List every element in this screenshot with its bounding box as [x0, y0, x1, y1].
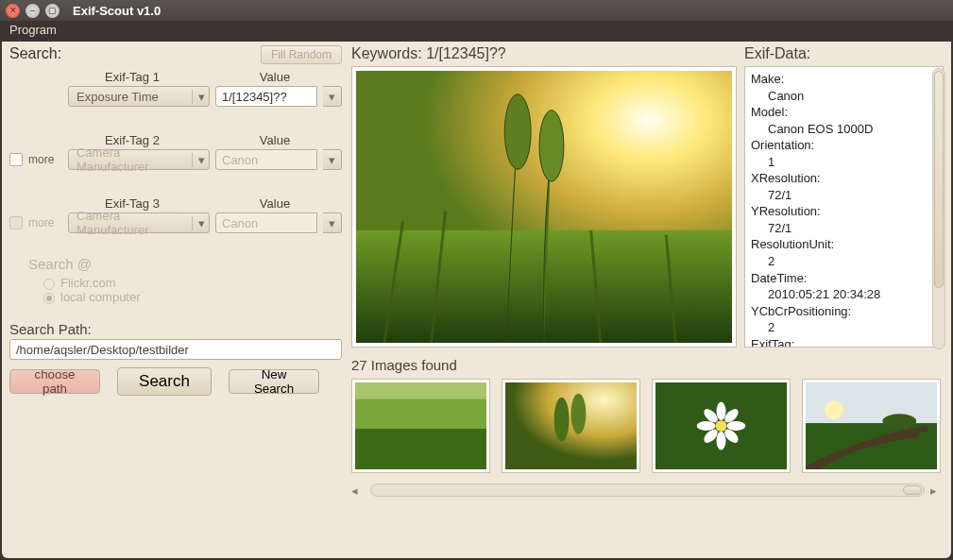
- exif-key: Make:: [751, 71, 941, 88]
- value2-input: Canon: [215, 149, 317, 170]
- exif-key: XResolution:: [751, 170, 941, 187]
- minimize-icon[interactable]: –: [26, 4, 40, 18]
- maximize-icon[interactable]: ▢: [45, 4, 60, 18]
- search-button[interactable]: Search: [117, 367, 212, 396]
- more3-checkbox: [9, 216, 23, 229]
- value3-label: Value: [208, 196, 342, 211]
- exif-tag3-dropdown: Camera Manufacturer ▾: [68, 212, 210, 233]
- scrollbar-thumb[interactable]: [934, 71, 944, 288]
- svg-point-19: [726, 421, 745, 431]
- exif-value: 2: [768, 319, 941, 336]
- exif-tag1-label: Exif-Tag 1: [57, 70, 208, 84]
- svg-point-7: [539, 110, 564, 181]
- chevron-down-icon: ▾: [192, 90, 205, 104]
- search-at-label: Search @: [28, 256, 342, 272]
- radio-flickr: Flickr.com: [43, 276, 342, 290]
- exif-value: 1: [768, 154, 941, 171]
- value1-input[interactable]: 1/[12345]??: [215, 86, 317, 107]
- svg-point-18: [697, 421, 716, 431]
- thumbnail[interactable]: [351, 379, 490, 473]
- thumbnail[interactable]: [502, 379, 640, 473]
- exif-key: ResolutionUnit:: [751, 236, 941, 253]
- scrollbar-thumb[interactable]: [903, 485, 922, 495]
- scrollbar-vertical[interactable]: [932, 68, 945, 349]
- exif-key: Model:: [751, 104, 941, 121]
- svg-point-15: [716, 420, 727, 432]
- scroll-left-icon[interactable]: ◂: [351, 484, 365, 497]
- svg-rect-10: [355, 382, 486, 399]
- wheat-sunset-image: [356, 71, 732, 343]
- svg-rect-9: [355, 429, 486, 469]
- search-at-group: Search @ Flickr.com local computer: [28, 256, 342, 304]
- scrollbar-track[interactable]: [370, 484, 925, 497]
- value3-input: Canon: [215, 212, 317, 233]
- results-panel: Keywords: 1/[12345]??: [351, 45, 944, 551]
- svg-point-6: [504, 94, 531, 169]
- exif-value: Canon EOS 1000D: [768, 121, 941, 138]
- svg-point-16: [717, 402, 726, 421]
- svg-point-25: [825, 401, 843, 420]
- new-search-button[interactable]: New Search: [229, 369, 319, 394]
- search-panel: Search: Fill Random Exif-Tag 1 Value Exp…: [9, 45, 342, 551]
- menubar: Program: [0, 21, 953, 42]
- thumbnail[interactable]: [802, 379, 941, 473]
- chevron-down-icon: ▾: [192, 153, 205, 167]
- exif-key: ExifTag:: [751, 336, 941, 348]
- exif-key: YResolution:: [751, 203, 941, 220]
- exif-value: Canon: [768, 88, 941, 105]
- app-body: Search: Fill Random Exif-Tag 1 Value Exp…: [2, 42, 951, 558]
- preview-image[interactable]: [351, 66, 737, 348]
- exif-key: Orientation:: [751, 137, 941, 154]
- radio-local: local computer: [43, 290, 342, 304]
- fill-random-button[interactable]: Fill Random: [261, 45, 342, 64]
- search-path-label: Search Path:: [9, 321, 342, 337]
- svg-point-13: [571, 394, 587, 434]
- titlebar: ✕ – ▢ Exif-Scout v1.0: [0, 0, 953, 21]
- chevron-down-icon: ▾: [323, 212, 342, 233]
- exif-heading: Exif-Data:: [744, 45, 944, 62]
- exif-key: DateTime:: [751, 270, 941, 287]
- window-title: Exif-Scout v1.0: [73, 4, 161, 18]
- choose-path-button[interactable]: choose path: [9, 369, 100, 394]
- exif-data-list[interactable]: Make:CanonModel:Canon EOS 1000DOrientati…: [744, 66, 944, 348]
- exif-tag1-dropdown[interactable]: Exposure Time ▾: [68, 86, 210, 107]
- exif-key: YCbCrPositioning:: [751, 303, 941, 320]
- search-path-input[interactable]: /home/aqsler/Desktop/testbilder: [9, 339, 342, 360]
- exif-value: 72/1: [768, 187, 941, 204]
- more2-label: more: [28, 153, 62, 166]
- exif-tag2-dropdown: Camera Manufacturer ▾: [68, 149, 210, 170]
- scrollbar-horizontal[interactable]: ◂ ▸: [351, 483, 944, 498]
- keywords-label: Keywords: 1/[12345]??: [351, 45, 737, 62]
- svg-rect-11: [505, 382, 637, 469]
- chevron-down-icon[interactable]: ▾: [323, 86, 342, 107]
- thumbnail[interactable]: [652, 379, 791, 473]
- chevron-down-icon: ▾: [323, 149, 342, 170]
- thumbnail-strip: [351, 379, 944, 473]
- svg-rect-24: [806, 382, 937, 423]
- svg-point-12: [554, 398, 570, 442]
- close-icon[interactable]: ✕: [6, 4, 20, 18]
- search-heading: Search:: [9, 45, 61, 62]
- svg-point-17: [717, 432, 726, 450]
- exif-value: 2010:05:21 20:34:28: [768, 286, 941, 303]
- svg-point-27: [882, 414, 916, 429]
- more2-checkbox[interactable]: [9, 153, 23, 166]
- value2-label: Value: [208, 133, 342, 147]
- exif-value: 2: [768, 253, 941, 270]
- images-found-label: 27 Images found: [351, 357, 944, 373]
- scroll-right-icon[interactable]: ▸: [930, 484, 944, 497]
- menu-program[interactable]: Program: [9, 23, 57, 37]
- more3-label: more: [28, 216, 62, 229]
- chevron-down-icon: ▾: [192, 216, 205, 230]
- value1-label: Value: [208, 70, 342, 84]
- exif-value: 72/1: [768, 220, 941, 237]
